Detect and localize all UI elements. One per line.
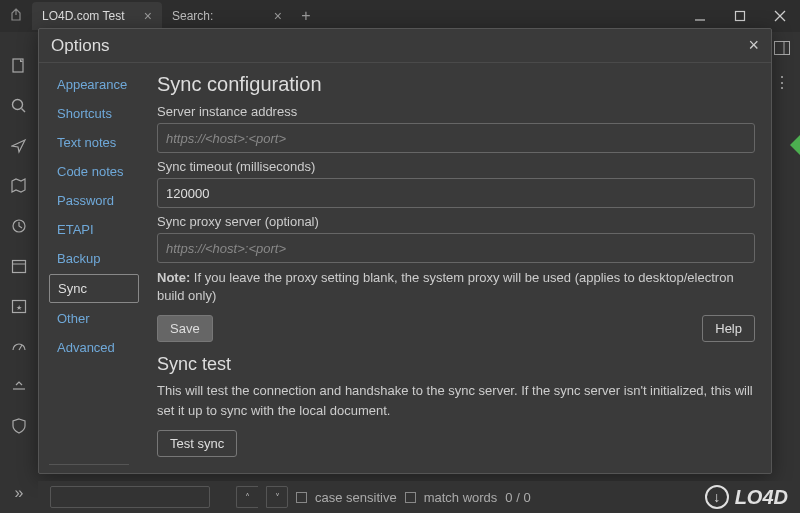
svg-rect-1 bbox=[736, 12, 745, 21]
match-words-label: match words bbox=[424, 490, 498, 505]
watermark-text: LO4D bbox=[735, 486, 788, 509]
svg-line-8 bbox=[22, 109, 26, 113]
nav-password[interactable]: Password bbox=[49, 187, 139, 214]
proxy-note: Note: If you leave the proxy setting bla… bbox=[157, 269, 755, 305]
sync-timeout-label: Sync timeout (milliseconds) bbox=[157, 159, 755, 174]
dialog-header: Options × bbox=[39, 29, 771, 63]
nav-shortcuts[interactable]: Shortcuts bbox=[49, 100, 139, 127]
tab-add-button[interactable]: + bbox=[292, 2, 320, 30]
play-icon[interactable] bbox=[790, 135, 800, 155]
nav-advanced[interactable]: Advanced bbox=[49, 334, 139, 361]
options-nav: Appearance Shortcuts Text notes Code not… bbox=[39, 63, 149, 473]
svg-rect-4 bbox=[775, 42, 790, 55]
tab-search[interactable]: Search: × bbox=[162, 2, 292, 30]
svg-text:★: ★ bbox=[16, 304, 22, 311]
history-icon[interactable] bbox=[9, 216, 29, 236]
send-icon[interactable] bbox=[9, 136, 29, 156]
right-pane-icons: ⋮ bbox=[772, 40, 792, 90]
minimize-pane-icon[interactable] bbox=[9, 376, 29, 396]
nav-text-notes[interactable]: Text notes bbox=[49, 129, 139, 156]
nav-other[interactable]: Other bbox=[49, 305, 139, 332]
app-logo-icon bbox=[8, 8, 24, 24]
save-button[interactable]: Save bbox=[157, 315, 213, 342]
options-dialog: Options × Appearance Shortcuts Text note… bbox=[38, 28, 772, 474]
match-words-checkbox[interactable] bbox=[405, 492, 416, 503]
tab-main[interactable]: LO4D.com Test × bbox=[32, 2, 162, 30]
server-address-label: Server instance address bbox=[157, 104, 755, 119]
find-prev-button[interactable]: ˄ bbox=[236, 486, 258, 508]
sync-timeout-input[interactable] bbox=[157, 178, 755, 208]
tab-label: LO4D.com Test bbox=[42, 9, 124, 23]
svg-rect-10 bbox=[13, 261, 26, 273]
options-content: Sync configuration Server instance addre… bbox=[149, 63, 771, 473]
date-icon[interactable]: ★ bbox=[9, 296, 29, 316]
split-panel-icon[interactable] bbox=[772, 40, 792, 56]
download-icon: ↓ bbox=[705, 485, 729, 509]
find-next-button[interactable]: ˅ bbox=[266, 486, 288, 508]
sync-proxy-input[interactable] bbox=[157, 233, 755, 263]
nav-divider bbox=[49, 464, 129, 465]
nav-sync[interactable]: Sync bbox=[49, 274, 139, 303]
find-input[interactable] bbox=[50, 486, 210, 508]
help-button[interactable]: Help bbox=[702, 315, 755, 342]
dialog-close-button[interactable]: × bbox=[748, 35, 759, 56]
find-bar: ˄ ˅ case sensitive match words 0 / 0 bbox=[38, 481, 800, 513]
nav-code-notes[interactable]: Code notes bbox=[49, 158, 139, 185]
close-icon[interactable]: × bbox=[144, 8, 152, 24]
case-sensitive-checkbox[interactable] bbox=[296, 492, 307, 503]
search-icon[interactable] bbox=[9, 96, 29, 116]
close-icon[interactable]: × bbox=[274, 8, 282, 24]
map-icon[interactable] bbox=[9, 176, 29, 196]
nav-appearance[interactable]: Appearance bbox=[49, 71, 139, 98]
case-sensitive-label: case sensitive bbox=[315, 490, 397, 505]
nav-backup[interactable]: Backup bbox=[49, 245, 139, 272]
test-sync-button[interactable]: Test sync bbox=[157, 430, 237, 457]
expand-sidebar-icon[interactable]: » bbox=[9, 483, 29, 503]
tab-label: Search: bbox=[172, 9, 213, 23]
gauge-icon[interactable] bbox=[9, 336, 29, 356]
server-address-input[interactable] bbox=[157, 123, 755, 153]
svg-point-7 bbox=[13, 100, 23, 110]
section-title-test: Sync test bbox=[157, 354, 755, 375]
svg-line-14 bbox=[19, 345, 22, 350]
sync-proxy-label: Sync proxy server (optional) bbox=[157, 214, 755, 229]
more-icon[interactable]: ⋮ bbox=[772, 74, 792, 90]
nav-etapi[interactable]: ETAPI bbox=[49, 216, 139, 243]
section-title: Sync configuration bbox=[157, 73, 755, 96]
find-counter: 0 / 0 bbox=[505, 490, 530, 505]
new-note-icon[interactable] bbox=[9, 56, 29, 76]
calendar-icon[interactable] bbox=[9, 256, 29, 276]
shield-icon[interactable] bbox=[9, 416, 29, 436]
sync-test-description: This will test the connection and handsh… bbox=[157, 381, 755, 420]
dialog-title: Options bbox=[51, 36, 110, 56]
left-sidebar: ★ » bbox=[0, 32, 38, 513]
watermark: ↓ LO4D bbox=[705, 485, 788, 509]
